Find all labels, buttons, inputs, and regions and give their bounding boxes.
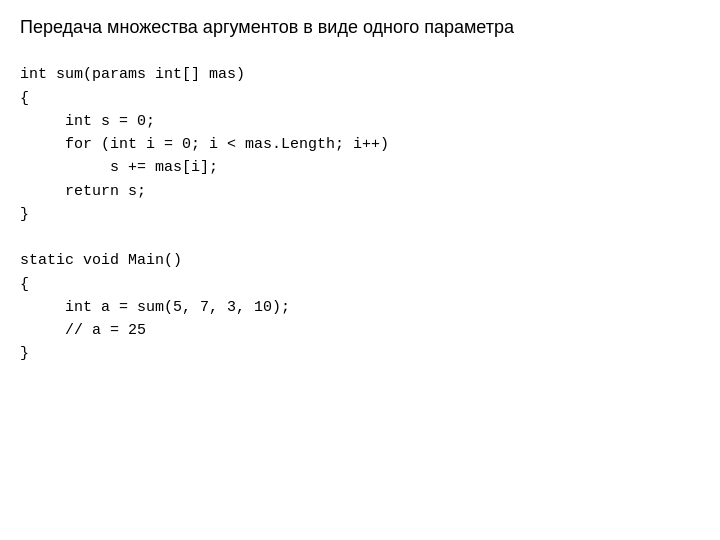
- page-title: Передача множества аргументов в виде одн…: [20, 16, 700, 39]
- code-block: int sum(params int[] mas) { int s = 0; f…: [20, 63, 700, 365]
- page-container: Передача множества аргументов в виде одн…: [0, 0, 720, 540]
